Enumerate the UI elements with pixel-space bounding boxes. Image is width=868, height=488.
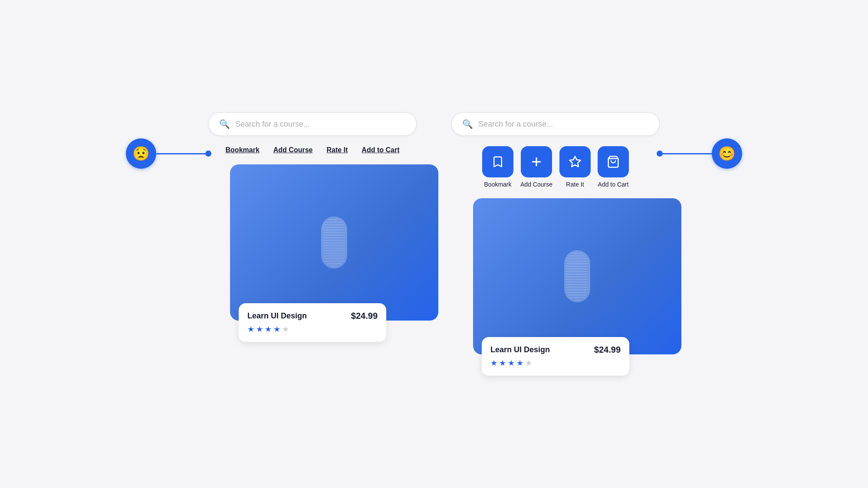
icon-tab-bookmark[interactable]: Bookmark bbox=[482, 146, 513, 188]
icon-btn-rate[interactable] bbox=[559, 146, 591, 177]
left-search-placeholder: Search for a course... bbox=[235, 120, 310, 129]
left-course-card: Learn UI Design $24.99 ★ ★ ★ ★ ★ bbox=[230, 164, 395, 342]
right-card-image bbox=[473, 198, 681, 354]
icon-tab-rate-label: Rate It bbox=[566, 181, 584, 188]
left-indicator: 😟 bbox=[126, 112, 208, 169]
right-panel: 🔍 Search for a course... Bookmark bbox=[451, 112, 660, 376]
left-tabs-row: Bookmark Add Course Rate It Add to Cart bbox=[226, 146, 400, 154]
tab-rate-left[interactable]: Rate It bbox=[326, 146, 348, 154]
icon-tab-cart[interactable]: Add to Cart bbox=[598, 146, 629, 188]
indicator-dot-left bbox=[205, 151, 211, 157]
right-card-object bbox=[564, 250, 590, 302]
r-star-2: ★ bbox=[499, 358, 506, 368]
search-icon-left: 🔍 bbox=[219, 119, 230, 129]
star-5: ★ bbox=[282, 324, 289, 334]
left-card-title: Learn UI Design bbox=[247, 311, 307, 321]
left-panel-wrapper: 😟 🔍 Search for a course... Bookmark Add … bbox=[126, 112, 417, 342]
left-card-stars: ★ ★ ★ ★ ★ bbox=[247, 324, 378, 334]
search-icon-right: 🔍 bbox=[462, 119, 473, 129]
tab-add-course-left[interactable]: Add Course bbox=[273, 146, 313, 154]
tab-bookmark-left[interactable]: Bookmark bbox=[226, 146, 260, 154]
icon-tab-cart-label: Add to Cart bbox=[598, 181, 629, 188]
left-card-price: $24.99 bbox=[351, 311, 378, 321]
left-card-object bbox=[321, 216, 347, 269]
r-star-1: ★ bbox=[490, 358, 497, 368]
left-card-info: Learn UI Design $24.99 ★ ★ ★ ★ ★ bbox=[239, 303, 386, 342]
tab-cart-left[interactable]: Add to Cart bbox=[362, 146, 399, 154]
star-2: ★ bbox=[256, 324, 263, 334]
main-container: 😟 🔍 Search for a course... Bookmark Add … bbox=[108, 95, 760, 393]
star-4: ★ bbox=[273, 324, 280, 334]
star-1: ★ bbox=[247, 324, 254, 334]
indicator-line-left bbox=[156, 153, 208, 154]
indicator-line-right bbox=[660, 153, 712, 154]
left-card-image bbox=[230, 164, 438, 321]
r-star-3: ★ bbox=[508, 358, 515, 368]
icon-btn-bookmark[interactable] bbox=[482, 146, 513, 177]
r-star-4: ★ bbox=[516, 358, 523, 368]
left-card-title-row: Learn UI Design $24.99 bbox=[247, 311, 378, 321]
icon-btn-cart[interactable] bbox=[598, 146, 629, 177]
icon-tab-bookmark-label: Bookmark bbox=[484, 181, 512, 188]
icon-tab-add-course-label: Add Course bbox=[520, 181, 552, 188]
r-star-5: ★ bbox=[525, 358, 532, 368]
right-tabs-row: Bookmark Add Course bbox=[482, 146, 629, 188]
icon-btn-add-course[interactable] bbox=[521, 146, 552, 177]
right-panel-wrapper: 🔍 Search for a course... Bookmark bbox=[451, 112, 742, 376]
right-course-card: Learn UI Design $24.99 ★ ★ ★ ★ ★ bbox=[473, 198, 638, 376]
cart-icon bbox=[607, 155, 620, 168]
right-card-title-row: Learn UI Design $24.99 bbox=[490, 345, 621, 355]
plus-icon bbox=[530, 155, 543, 168]
icon-tab-rate[interactable]: Rate It bbox=[559, 146, 591, 188]
right-search-bar[interactable]: 🔍 Search for a course... bbox=[451, 112, 660, 136]
bookmark-icon bbox=[491, 155, 504, 168]
star-3: ★ bbox=[265, 324, 272, 334]
star-icon bbox=[569, 155, 582, 168]
left-search-bar[interactable]: 🔍 Search for a course... bbox=[208, 112, 417, 136]
right-card-info: Learn UI Design $24.99 ★ ★ ★ ★ ★ bbox=[482, 337, 629, 376]
right-card-stars: ★ ★ ★ ★ ★ bbox=[490, 358, 621, 368]
sad-emoji-indicator: 😟 bbox=[126, 138, 156, 169]
right-search-placeholder: Search for a course... bbox=[478, 120, 553, 129]
happy-emoji-indicator: 😊 bbox=[712, 138, 742, 169]
icon-tab-add-course[interactable]: Add Course bbox=[520, 146, 552, 188]
right-indicator: 😊 bbox=[660, 112, 742, 169]
right-card-price: $24.99 bbox=[594, 345, 621, 355]
indicator-dot-right bbox=[657, 151, 663, 157]
left-panel: 🔍 Search for a course... Bookmark Add Co… bbox=[208, 112, 417, 342]
right-card-title: Learn UI Design bbox=[490, 345, 550, 354]
